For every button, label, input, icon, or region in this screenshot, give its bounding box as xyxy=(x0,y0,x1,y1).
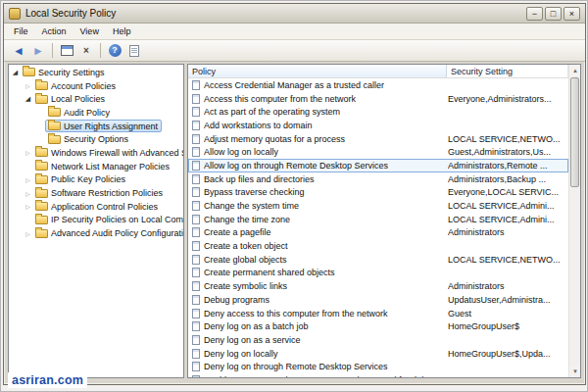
tree-item[interactable]: ▷Application Control Policies xyxy=(9,200,183,214)
collapse-icon[interactable]: ◢ xyxy=(11,69,20,76)
menubar: FileActionViewHelp xyxy=(4,24,585,40)
tree-item-body: Software Restriction Policies xyxy=(32,187,167,200)
folder-icon xyxy=(35,229,48,238)
policy-cell: Act as part of the operating system xyxy=(189,107,448,117)
expand-icon[interactable]: ▷ xyxy=(24,230,32,237)
tree-item-body: Security Options xyxy=(45,133,132,146)
folder-icon xyxy=(35,175,48,184)
table-row[interactable]: Create permanent shared objects xyxy=(188,267,568,280)
close-button[interactable]: × xyxy=(564,7,580,21)
column-header-security-setting[interactable]: Security Setting xyxy=(447,65,568,77)
watermark: asriran.com xyxy=(8,372,87,388)
back-arrow-icon: ◄ xyxy=(13,44,24,58)
policy-doc-icon xyxy=(192,362,200,371)
back-button[interactable]: ◄ xyxy=(9,42,28,60)
table-row[interactable]: Create global objectsLOCAL SERVICE,NETWO… xyxy=(188,253,568,267)
security-setting-cell: HomeGroupUser$ xyxy=(448,321,567,331)
column-header-policy[interactable]: Policy xyxy=(188,65,447,77)
show-console-tree-button[interactable] xyxy=(57,42,76,60)
policy-name: Create global objects xyxy=(204,255,287,265)
table-row[interactable]: Change the time zoneLOCAL SERVICE,Admini… xyxy=(188,213,568,226)
policy-name: Deny log on as a batch job xyxy=(204,321,309,331)
policy-name: Change the system time xyxy=(204,201,299,211)
policy-cell: Debug programs xyxy=(189,295,448,305)
menu-help[interactable]: Help xyxy=(106,24,138,38)
tree-item[interactable]: ◢Security Settings xyxy=(9,66,183,79)
table-row[interactable]: Create symbolic linksAdministrators xyxy=(188,279,568,293)
vertical-scrollbar[interactable]: ▲ ▼ xyxy=(568,65,580,377)
toolbar: ◄►×? xyxy=(4,40,585,62)
policy-cell: Change the time zone xyxy=(189,215,448,224)
security-setting-cell: Administrators,Remote ... xyxy=(448,161,567,171)
tree-item[interactable]: Security Options xyxy=(9,132,183,146)
table-row[interactable]: Allow log on locallyGuest,Administrators… xyxy=(188,145,568,159)
expand-icon[interactable]: ▷ xyxy=(24,82,32,89)
table-row[interactable]: Act as part of the operating system xyxy=(188,105,568,119)
context-help-button[interactable] xyxy=(124,42,144,60)
policy-doc-icon xyxy=(192,268,200,277)
tree-item[interactable]: ▷Advanced Audit Policy Configuration xyxy=(9,226,183,240)
policy-doc-icon xyxy=(192,80,200,90)
tree-item[interactable]: Audit Policy xyxy=(9,106,183,120)
security-setting-cell: LOCAL SERVICE,Admini... xyxy=(448,215,567,224)
forward-button[interactable]: ► xyxy=(28,42,48,60)
table-row[interactable]: Back up files and directoriesAdministrat… xyxy=(188,172,568,186)
tree-item[interactable]: IP Security Policies on Local Computer xyxy=(9,214,183,227)
table-row[interactable]: Enable computer and user accounts to be … xyxy=(188,373,568,377)
policy-doc-icon xyxy=(192,174,200,184)
expand-icon[interactable]: ▷ xyxy=(24,190,32,197)
help-button[interactable]: ? xyxy=(105,42,124,60)
policy-doc-icon xyxy=(192,241,200,251)
scroll-up-icon[interactable]: ▲ xyxy=(569,65,581,76)
security-setting-cell: Administrators,Backup ... xyxy=(448,174,567,184)
tree-item[interactable]: ▷Public Key Policies xyxy=(9,173,183,187)
tree-item-body: IP Security Policies on Local Computer xyxy=(32,214,184,226)
table-row[interactable]: Access Credential Manager as a trusted c… xyxy=(188,78,568,92)
table-row[interactable]: Allow log on through Remote Desktop Serv… xyxy=(188,159,568,172)
maximize-button[interactable]: □ xyxy=(545,7,562,21)
policy-name: Adjust memory quotas for a process xyxy=(204,134,345,144)
delete-button[interactable]: × xyxy=(76,42,96,60)
menu-action[interactable]: Action xyxy=(35,24,74,38)
table-row[interactable]: Deny access to this computer from the ne… xyxy=(188,307,568,320)
policy-doc-icon xyxy=(192,107,200,117)
tree-item[interactable]: ◢Local Policies xyxy=(9,92,183,106)
folder-icon xyxy=(35,162,48,171)
expand-icon[interactable]: ▷ xyxy=(24,149,32,156)
table-row[interactable]: Change the system timeLOCAL SERVICE,Admi… xyxy=(188,199,568,213)
menu-file[interactable]: File xyxy=(7,24,35,38)
policy-doc-icon xyxy=(192,121,200,130)
table-row[interactable]: Access this computer from the networkEve… xyxy=(188,92,568,106)
table-row[interactable]: Deny log on as a service xyxy=(188,333,568,347)
table-row[interactable]: Deny log on locallyHomeGroupUser$,Upda..… xyxy=(188,347,568,361)
table-row[interactable]: Create a token object xyxy=(188,239,568,253)
table-row[interactable]: Add workstations to domain xyxy=(188,119,568,132)
expand-icon[interactable]: ▷ xyxy=(24,176,32,183)
policy-doc-icon xyxy=(192,335,200,345)
tree-item[interactable]: Network List Manager Policies xyxy=(9,160,183,173)
menu-view[interactable]: View xyxy=(74,24,106,38)
table-row[interactable]: Bypass traverse checkingEveryone,LOCAL S… xyxy=(188,186,568,200)
table-row[interactable]: Debug programsUpdatusUser,Administra... xyxy=(188,293,568,307)
titlebar[interactable]: Local Security Policy −□× xyxy=(4,4,585,24)
minimize-button[interactable]: − xyxy=(526,7,543,21)
security-setting-cell: Everyone,Administrators... xyxy=(448,94,567,104)
tree-item[interactable]: ▷Account Policies xyxy=(9,79,183,93)
policy-doc-icon xyxy=(192,201,200,211)
scrollbar-thumb[interactable] xyxy=(570,77,579,187)
table-row[interactable]: Deny log on through Remote Desktop Servi… xyxy=(188,360,568,373)
expand-icon[interactable]: ▷ xyxy=(24,203,32,210)
table-row[interactable]: Create a pagefileAdministrators xyxy=(188,226,568,240)
tree-item[interactable]: ▷Software Restriction Policies xyxy=(9,186,183,200)
folder-icon xyxy=(48,122,61,130)
tree-item[interactable]: User Rights Assignment xyxy=(9,120,183,133)
table-row[interactable]: Deny log on as a batch jobHomeGroupUser$ xyxy=(188,319,568,333)
policy-name: Bypass traverse checking xyxy=(204,187,305,197)
tree-item-label: Security Options xyxy=(64,134,128,144)
tree-item[interactable]: ▷Windows Firewall with Advanced Security xyxy=(9,146,183,160)
policy-name: Deny log on locally xyxy=(204,349,278,359)
scroll-down-icon[interactable]: ▼ xyxy=(569,366,581,377)
table-row[interactable]: Adjust memory quotas for a processLOCAL … xyxy=(188,132,568,146)
delete-icon: × xyxy=(83,45,89,56)
collapse-icon[interactable]: ◢ xyxy=(24,95,32,103)
